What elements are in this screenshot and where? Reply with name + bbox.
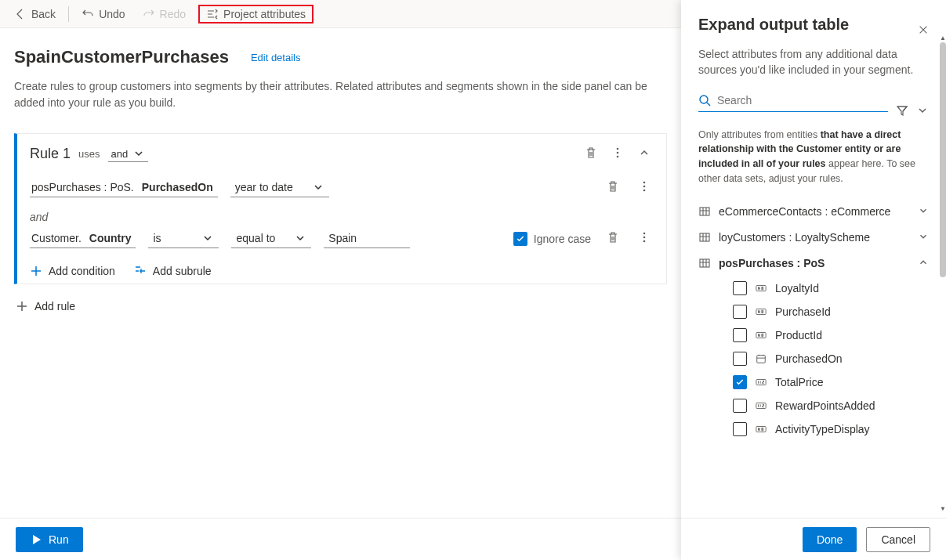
scrollbar-thumb[interactable] [940,42,946,277]
attribute-row[interactable]: ActivityTypeDisplay [698,417,929,441]
search-input[interactable] [717,94,888,107]
more-condition1-icon[interactable] [635,177,654,198]
more-condition2-icon[interactable] [635,228,654,249]
attribute-label: ActivityTypeDisplay [775,423,870,435]
svg-rect-17 [756,379,766,385]
plus-icon [16,300,28,313]
done-button[interactable]: Done [803,527,857,552]
run-button[interactable]: Run [16,527,83,552]
add-condition-button[interactable]: Add condition [30,265,115,277]
condition1-entity: posPurchases : PoS. [31,181,134,193]
attribute-checkbox[interactable] [733,281,747,295]
svg-rect-16 [757,355,766,363]
edit-details-link[interactable]: Edit details [251,52,301,63]
filter-icon[interactable] [896,104,908,117]
search-input-wrap[interactable] [698,94,888,112]
attribute-checkbox[interactable] [733,422,747,436]
chevron-down-icon[interactable] [916,104,929,117]
chevron-down-icon [132,147,145,160]
condition2-entity: Customer. [31,232,82,244]
table-icon [698,257,711,269]
condition1-range-value: year to date [235,181,293,193]
entity-label: posPurchases : PoS [719,257,825,269]
chevron-down-icon [918,231,929,244]
chevron-down-icon [918,205,929,219]
panel-description: Select attributes from any additional da… [698,46,929,78]
more-rule-icon[interactable] [608,143,627,164]
svg-point-7 [643,237,646,239]
attribute-row[interactable]: TotalPrice [698,370,929,394]
attribute-checkbox[interactable] [733,328,747,342]
delete-condition2-icon[interactable] [603,228,622,249]
attribute-checkbox[interactable] [733,305,747,319]
run-label: Run [49,533,69,546]
entity-row[interactable]: posPurchases : PoS [698,251,929,276]
scroll-up-icon[interactable]: ▲ [940,33,946,42]
svg-point-2 [617,156,619,158]
datatype-icon [755,353,767,364]
add-subrule-label: Add subrule [153,265,212,277]
attribute-row[interactable]: ProductId [698,323,929,347]
condition-join: and [30,206,654,228]
attribute-checkbox[interactable] [733,352,747,366]
toolbar-separator [68,6,69,22]
undo-button[interactable]: Undo [77,5,129,23]
attribute-checkbox[interactable] [733,375,747,389]
delete-condition1-icon[interactable] [603,177,622,198]
ignore-case-label: Ignore case [534,233,591,245]
attribute-label: ProductId [775,329,822,341]
svg-point-4 [643,186,646,188]
entity-label: eCommerceContacts : eCommerce [719,205,890,218]
redo-button[interactable]: Redo [138,5,190,23]
condition2-value-input[interactable]: Spain [324,229,410,248]
attribute-row[interactable]: PurchaseId [698,300,929,323]
condition2-op1-value: is [153,232,161,244]
rule-operator-value: and [111,148,129,160]
svg-rect-19 [756,426,766,432]
close-icon[interactable] [918,24,929,38]
svg-point-9 [700,96,708,103]
svg-rect-11 [700,233,709,241]
condition1-attr: PurchasedOn [142,181,213,193]
attribute-row[interactable]: LoyaltyId [698,276,929,300]
redo-icon [143,8,155,20]
project-attributes-label: Project attributes [223,8,306,20]
entity-row[interactable]: loyCustomers : LoyaltyScheme [698,225,929,251]
add-subrule-button[interactable]: Add subrule [134,265,212,277]
collapse-rule-icon[interactable] [635,143,654,164]
svg-point-8 [643,240,646,243]
subrule-icon [134,265,147,277]
project-attributes-button[interactable]: Project attributes [198,5,314,23]
table-icon [698,205,711,218]
condition1-attribute[interactable]: posPurchases : PoS.PurchasedOn [30,178,218,197]
scroll-down-icon[interactable]: ▼ [940,504,946,513]
attribute-checkbox[interactable] [733,399,747,413]
condition2-attribute[interactable]: Customer.Country [30,229,136,248]
rule-name: Rule 1 [30,146,71,162]
condition2-attr: Country [89,232,132,244]
side-panel: Expand output table Select attributes fr… [681,0,946,560]
datatype-icon [755,330,767,341]
condition2-op2-dropdown[interactable]: equal to [231,229,311,248]
ignore-case-checkbox[interactable]: Ignore case [513,232,591,246]
segment-title: SpainCustomerPurchases [14,47,229,67]
attribute-label: PurchaseId [775,305,831,318]
svg-point-1 [617,152,619,154]
panel-cancel-button[interactable]: Cancel [866,527,930,552]
svg-point-5 [643,190,646,192]
undo-label: Undo [99,8,125,20]
project-attributes-icon [206,8,219,20]
attribute-label: RewardPointsAdded [775,399,875,412]
condition2-op1-dropdown[interactable]: is [148,229,219,248]
rule-operator-dropdown[interactable]: and [108,146,149,162]
back-button[interactable]: Back [9,5,60,23]
add-rule-button[interactable]: Add rule [16,300,75,313]
add-rule-label: Add rule [34,300,75,313]
attribute-row[interactable]: RewardPointsAdded [698,394,929,417]
attribute-row[interactable]: PurchasedOn [698,347,929,370]
redo-label: Redo [160,8,186,20]
plus-icon [30,265,42,277]
condition1-range-dropdown[interactable]: year to date [230,178,329,197]
entity-row[interactable]: eCommerceContacts : eCommerce [698,199,929,225]
delete-rule-icon[interactable] [582,143,600,164]
